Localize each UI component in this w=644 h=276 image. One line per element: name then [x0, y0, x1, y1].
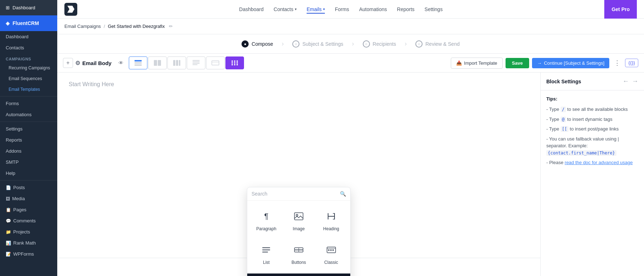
- template-view-4[interactable]: [187, 56, 205, 69]
- sidebar-item-dashboard-crm[interactable]: Dashboard: [0, 31, 57, 42]
- sidebar-item-dashboard[interactable]: ⊞ Dashboard: [0, 0, 57, 15]
- sidebar-item-wpforms[interactable]: 📝 WPForms: [0, 248, 57, 260]
- topnav-logo[interactable]: [64, 3, 77, 16]
- topnav-settings[interactable]: Settings: [425, 5, 443, 14]
- svg-rect-34: [328, 250, 330, 251]
- add-block-button[interactable]: +: [63, 58, 73, 68]
- import-template-button[interactable]: 📥 Import Template: [451, 58, 503, 69]
- browse-all-button[interactable]: Browse all: [247, 273, 350, 276]
- topnav-forms-label: Forms: [335, 6, 349, 12]
- editor-toolbar: + ⚙ Email Body 👁: [57, 54, 644, 73]
- read-doc-link[interactable]: read the doc for advanced usage: [565, 160, 633, 165]
- svg-rect-6: [176, 60, 178, 66]
- right-panel-title: Block Settings: [546, 79, 581, 84]
- sidebar-item-email-templates[interactable]: Email Templates: [0, 84, 57, 95]
- posts-label: Posts: [13, 185, 25, 190]
- comments-label: Comments: [13, 218, 36, 223]
- rank-math-icon: 📊: [6, 241, 11, 246]
- block-item-image[interactable]: Image: [286, 206, 312, 234]
- code-toggle-button[interactable]: {{}}: [625, 59, 638, 67]
- topnav-automations-label: Automations: [359, 6, 387, 12]
- sidebar-item-comments[interactable]: 💬 Comments: [0, 215, 57, 226]
- svg-rect-5: [173, 60, 175, 66]
- right-panel-back-button[interactable]: ←: [623, 78, 629, 85]
- svg-rect-7: [179, 60, 180, 66]
- template-view-3[interactable]: [167, 56, 186, 69]
- topnav-forms[interactable]: Forms: [335, 5, 349, 14]
- sidebar-item-fluent-crm[interactable]: ◈ FluentCRM: [0, 15, 57, 31]
- more-options-button[interactable]: ⋮: [612, 58, 622, 68]
- topnav-automations[interactable]: Automations: [359, 5, 387, 14]
- sidebar-item-addons[interactable]: Addons: [0, 146, 57, 157]
- sidebar-item-contacts[interactable]: Contacts: [0, 42, 57, 53]
- template-view-buttons: [129, 56, 244, 69]
- step-subject-settings[interactable]: ○ Subject & Settings: [292, 40, 343, 48]
- svg-point-17: [231, 62, 233, 64]
- step-compose[interactable]: ● Compose: [241, 40, 273, 48]
- topnav-contacts[interactable]: Contacts ▾: [274, 5, 297, 14]
- get-pro-button[interactable]: Get Pro: [604, 0, 637, 19]
- posts-icon: 📄: [6, 185, 11, 190]
- block-item-classic[interactable]: Classic: [318, 240, 345, 268]
- right-panel-content: Tips: - Type / to see all the available …: [541, 90, 644, 276]
- sidebar-item-email-sequences[interactable]: Email Sequences: [0, 73, 57, 84]
- email-sequences-label: Email Sequences: [9, 76, 42, 81]
- sidebar-item-projects[interactable]: 📁 Projects: [0, 226, 57, 237]
- template-view-6[interactable]: [225, 56, 244, 69]
- editor-placeholder[interactable]: Start Writing Here: [57, 73, 540, 96]
- step-recipients[interactable]: ○ Recipients: [363, 40, 396, 48]
- review-send-label: Review & Send: [425, 41, 460, 47]
- topnav-emails[interactable]: Emails ▾: [307, 5, 325, 14]
- sidebar-item-smtp[interactable]: SMTP: [0, 157, 57, 168]
- email-body-settings-icon[interactable]: ⚙: [75, 60, 80, 66]
- preview-button[interactable]: 👁: [115, 57, 127, 69]
- block-search-input[interactable]: [252, 191, 337, 197]
- breadcrumb-parent[interactable]: Email Campaigns: [64, 24, 101, 29]
- email-body-label: Email Body: [82, 60, 112, 66]
- breadcrumb-edit-icon[interactable]: ✏: [169, 24, 173, 29]
- email-templates-label: Email Templates: [9, 87, 40, 92]
- sidebar-item-automations[interactable]: Automations: [0, 109, 57, 120]
- sidebar-item-recurring-campaigns[interactable]: Recurring Campaigns: [0, 63, 57, 73]
- at-code: @: [561, 117, 566, 122]
- block-item-paragraph[interactable]: ¶ Paragraph: [253, 206, 280, 234]
- sidebar-item-help[interactable]: Help: [0, 168, 57, 179]
- editor-area[interactable]: Start Writing Here + 🔍 ¶ Par: [57, 73, 540, 276]
- import-template-label: Import Template: [464, 60, 497, 66]
- template-view-1[interactable]: [129, 56, 147, 69]
- compose-circle: ●: [241, 40, 249, 48]
- contacts-dropdown-icon: ▾: [295, 7, 297, 11]
- paragraph-label: Paragraph: [256, 226, 276, 231]
- sidebar-item-rank-math[interactable]: 📊 Rank Math: [0, 237, 57, 248]
- step-review-send[interactable]: ○ Review & Send: [415, 40, 460, 48]
- topnav-links: Dashboard Contacts ▾ Emails ▾ Forms Auto…: [239, 5, 443, 14]
- image-label: Image: [293, 226, 304, 231]
- block-item-buttons[interactable]: Buttons: [286, 240, 312, 268]
- sidebar-item-reports[interactable]: Reports: [0, 134, 57, 146]
- svg-rect-11: [192, 64, 197, 65]
- block-item-heading[interactable]: Heading: [318, 206, 345, 234]
- right-panel-header: Block Settings ← →: [541, 73, 644, 90]
- tips-item-3: - Type [[ to insert post/page links: [546, 125, 638, 133]
- settings-label: Settings: [6, 126, 23, 132]
- template-view-2[interactable]: [148, 56, 167, 69]
- step-arrow-2: ›: [352, 40, 354, 48]
- recipients-circle: ○: [363, 40, 370, 48]
- continue-label: Continue [Subject & Settings]: [544, 60, 604, 66]
- topnav-reports[interactable]: Reports: [397, 5, 415, 14]
- emails-dropdown-icon: ▾: [323, 7, 325, 11]
- topnav-dashboard[interactable]: Dashboard: [239, 5, 264, 14]
- right-panel-forward-button[interactable]: →: [632, 78, 638, 85]
- sidebar-item-pages[interactable]: 📋 Pages: [0, 204, 57, 215]
- template-view-5[interactable]: [206, 56, 225, 69]
- sidebar-item-posts[interactable]: 📄 Posts: [0, 182, 57, 193]
- svg-rect-4: [158, 60, 161, 66]
- save-button[interactable]: Save: [506, 58, 529, 68]
- sidebar-item-media[interactable]: 🖼 Media: [0, 193, 57, 204]
- tips-item-1: - Type / to see all the available blocks: [546, 106, 638, 113]
- sidebar-item-settings[interactable]: Settings: [0, 123, 57, 134]
- buttons-label: Buttons: [292, 260, 306, 265]
- continue-button[interactable]: → Continue [Subject & Settings]: [532, 58, 609, 68]
- sidebar-item-forms[interactable]: Forms: [0, 98, 57, 109]
- block-item-list[interactable]: List: [253, 240, 280, 268]
